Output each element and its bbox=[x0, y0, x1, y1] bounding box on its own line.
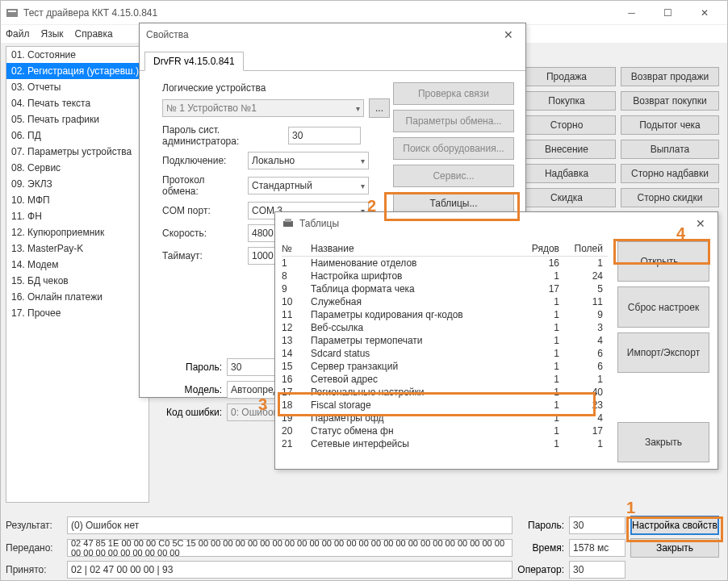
discount-button[interactable]: Скидка bbox=[517, 188, 616, 207]
sidebar-item[interactable]: 07. Параметры устройства bbox=[6, 144, 149, 160]
speed-label: Скорость: bbox=[162, 228, 243, 239]
table-row[interactable]: 21Сетевые интерфейсы11 bbox=[282, 437, 608, 449]
storno-button[interactable]: Сторно bbox=[517, 115, 616, 135]
maximize-button[interactable]: ☐ bbox=[650, 2, 686, 24]
import-export-button[interactable]: Импорт/Экспорт bbox=[617, 332, 709, 373]
service-button[interactable]: Сервис... bbox=[393, 165, 514, 187]
logical-device-combo[interactable]: № 1 Устройство №1▾ bbox=[162, 99, 364, 117]
tables-list-wrap: № Название Рядов Полей 1Наименование отд… bbox=[275, 235, 614, 469]
tables-header: № Название Рядов Полей bbox=[282, 241, 608, 257]
sale-button[interactable]: Продажа bbox=[517, 67, 616, 86]
minimize-button[interactable]: ─ bbox=[613, 2, 650, 24]
tables-close-button[interactable]: Закрыть bbox=[617, 422, 709, 462]
result-label: Результат: bbox=[6, 520, 62, 531]
sidebar-item-selected[interactable]: 02. Регистрация (устаревш.) bbox=[6, 63, 149, 79]
table-row[interactable]: 8Настройка шрифтов124 bbox=[282, 270, 608, 282]
time-field: 1578 мс bbox=[569, 539, 625, 557]
col-name[interactable]: Название bbox=[311, 243, 521, 254]
window-title: Тест драйвера ККТ 4.15.0.841 bbox=[23, 7, 613, 19]
reset-button[interactable]: Сброс настроек bbox=[617, 286, 709, 327]
table-row[interactable]: 15Сервер транзакций16 bbox=[282, 360, 608, 373]
status-area: Результат: (0) Ошибок нет Пароль: 30 Нас… bbox=[6, 511, 719, 580]
subtotal-button[interactable]: Подытог чека bbox=[621, 115, 719, 135]
table-row[interactable]: 13Параметры термопечати14 bbox=[282, 334, 608, 347]
markup-button[interactable]: Надбавка bbox=[517, 164, 616, 183]
connection-label: Подключение: bbox=[162, 155, 243, 166]
settings-button[interactable]: Настройка свойств bbox=[630, 516, 719, 535]
tables-dialog: Таблицы ✕ № Название Рядов Полей 1Наимен… bbox=[274, 211, 718, 470]
find-hw-button[interactable]: Поиск оборудования... bbox=[393, 137, 514, 160]
payout-button[interactable]: Выплата bbox=[621, 140, 719, 159]
comport-label: COM порт: bbox=[162, 205, 243, 216]
table-row[interactable]: 12Веб-ссылка13 bbox=[282, 321, 608, 334]
menu-lang[interactable]: Язык bbox=[41, 28, 64, 40]
chevron-down-icon: ▾ bbox=[356, 104, 360, 113]
table-row[interactable]: 18Fiscal storage123 bbox=[282, 399, 608, 412]
sent-label: Передано: bbox=[6, 542, 62, 554]
table-row[interactable]: 20Статус обмена фн117 bbox=[282, 424, 608, 437]
tab-drvfr[interactable]: DrvFR v4.15.0.841 bbox=[144, 52, 244, 71]
tables-list[interactable]: 1Наименование отделов1618Настройка шрифт… bbox=[282, 257, 608, 449]
deposit-button[interactable]: Внесение bbox=[517, 140, 616, 159]
sidebar-item[interactable]: 01. Состояние bbox=[6, 47, 149, 63]
close-button[interactable]: ✕ bbox=[686, 2, 722, 24]
chevron-down-icon: ▾ bbox=[361, 182, 365, 190]
sidebar-item[interactable]: 11. ФН bbox=[6, 208, 149, 224]
sidebar-item[interactable]: 09. ЭКЛЗ bbox=[6, 176, 149, 192]
pass-field[interactable]: 30 bbox=[569, 516, 625, 534]
open-button[interactable]: Открыть... bbox=[617, 241, 709, 282]
tables-side-buttons: Открыть... Сброс настроек Импорт/Экспорт… bbox=[614, 235, 718, 469]
sidebar-item[interactable]: 16. Онлайн платежи bbox=[6, 289, 149, 305]
storno-discount-button[interactable]: Сторно скидки bbox=[621, 188, 719, 207]
check-conn-button[interactable]: Проверка связи bbox=[393, 82, 514, 105]
table-row[interactable]: 1Наименование отделов161 bbox=[282, 257, 608, 270]
return-sale-button[interactable]: Возврат продажи bbox=[621, 67, 719, 86]
dots-button[interactable]: ... bbox=[369, 98, 390, 118]
sidebar-item[interactable]: 10. МФП bbox=[6, 192, 149, 208]
col-cols[interactable]: Полей bbox=[566, 243, 608, 254]
sidebar-item[interactable]: 12. Купюроприемник bbox=[6, 224, 149, 240]
sent-field: 02 47 85 1E 00 00 00 C0 5C 15 00 00 00 0… bbox=[67, 539, 513, 557]
result-field: (0) Ошибок нет bbox=[67, 516, 513, 534]
tab-strip: DrvFR v4.15.0.841 bbox=[140, 46, 525, 71]
return-buy-button[interactable]: Возврат покупки bbox=[621, 91, 719, 111]
table-row[interactable]: 9Таблица формата чека175 bbox=[282, 282, 608, 295]
sidebar-item[interactable]: 04. Печать текста bbox=[6, 95, 149, 111]
menu-help[interactable]: Справка bbox=[75, 28, 113, 40]
sidebar-item[interactable]: 17. Прочее bbox=[6, 305, 149, 321]
printer-icon bbox=[282, 217, 295, 230]
admin-pass-field[interactable]: 30 bbox=[288, 127, 361, 144]
sidebar-item[interactable]: 05. Печать графики bbox=[6, 111, 149, 127]
protocol-label: Протокол обмена: bbox=[162, 174, 243, 197]
tables-close-icon[interactable]: ✕ bbox=[690, 217, 711, 230]
menu-file[interactable]: Файл bbox=[6, 28, 30, 40]
buy-button[interactable]: Покупка bbox=[517, 91, 616, 111]
svg-rect-3 bbox=[285, 219, 291, 222]
sidebar-item[interactable]: 03. Отчеты bbox=[6, 79, 149, 95]
table-row[interactable]: 11Параметры кодирования qr-кодов19 bbox=[282, 308, 608, 321]
connection-combo[interactable]: Локально▾ bbox=[248, 152, 369, 169]
col-rows[interactable]: Рядов bbox=[521, 243, 566, 254]
table-row[interactable]: 17Региональные настройки140 bbox=[282, 386, 608, 399]
oper-field: 30 bbox=[569, 561, 625, 579]
table-row[interactable]: 16Сетевой адрес11 bbox=[282, 373, 608, 386]
exchange-params-button[interactable]: Параметры обмена... bbox=[393, 110, 514, 132]
table-row[interactable]: 14Sdcard status16 bbox=[282, 347, 608, 360]
admin-pass-label: Пароль сист. администратора: bbox=[162, 124, 283, 147]
recv-field: 02 | 02 47 00 00 00 | 93 bbox=[67, 561, 513, 579]
sidebar-item[interactable]: 15. БД чеков bbox=[6, 273, 149, 289]
protocol-combo[interactable]: Стандартный▾ bbox=[248, 177, 369, 194]
pass-label: Пароль: bbox=[517, 520, 564, 531]
close-main-button[interactable]: Закрыть bbox=[630, 538, 719, 558]
sidebar-item[interactable]: 14. Модем bbox=[6, 257, 149, 273]
sidebar-item[interactable]: 06. ПД bbox=[6, 127, 149, 144]
sidebar-item[interactable]: 08. Сервис bbox=[6, 160, 149, 176]
recv-label: Принято: bbox=[6, 564, 62, 575]
table-row[interactable]: 19Параметры офд14 bbox=[282, 412, 608, 424]
col-num[interactable]: № bbox=[282, 243, 311, 254]
svg-rect-1 bbox=[8, 10, 16, 12]
table-row[interactable]: 10Служебная111 bbox=[282, 295, 608, 308]
sidebar-item[interactable]: 13. MasterPay-K bbox=[6, 240, 149, 257]
storno-markup-button[interactable]: Сторно надбавки bbox=[621, 164, 719, 183]
properties-close-icon[interactable]: ✕ bbox=[498, 28, 519, 41]
